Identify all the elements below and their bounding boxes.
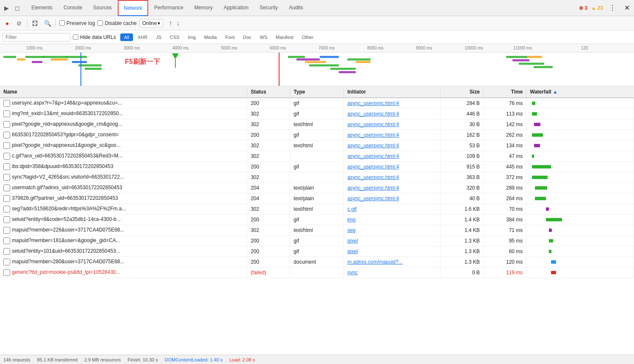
row-checkbox[interactable] <box>3 195 10 202</box>
online-select[interactable]: Online ▾ <box>139 19 163 28</box>
hide-data-urls-checkbox[interactable] <box>73 34 78 40</box>
filter-tab-js[interactable]: JS <box>152 33 165 41</box>
table-row[interactable]: ibs:dpid=358&dpuuid=66353017220285045320… <box>0 162 634 172</box>
table-row[interactable]: c.gif?anx_uid=663530172202850453&Red3=M.… <box>0 151 634 162</box>
filter-tab-media[interactable]: Media <box>200 33 221 41</box>
initiator-link[interactable]: async_usersync.html:4 <box>347 132 399 138</box>
initiator-link[interactable]: c.gif <box>347 206 357 212</box>
clear-button[interactable]: ⊘ <box>14 19 24 28</box>
initiator-link[interactable]: async_usersync.html:4 <box>347 153 399 159</box>
row-initiator[interactable]: async_usersync.html:4 <box>344 183 440 193</box>
row-checkbox[interactable] <box>3 248 10 255</box>
table-row[interactable]: mapuid?member=280&user=3717CA4D075E68...… <box>0 257 634 267</box>
initiator-link[interactable]: seg <box>347 227 355 233</box>
table-row[interactable]: pixel?google_nid=appnexus1&google_sc&goo… <box>0 141 634 151</box>
col-type[interactable]: Type <box>290 86 344 98</box>
row-initiator[interactable]: async_usersync.html:4 <box>344 162 440 172</box>
table-row[interactable]: setuid?entity=8&code=52a35db1-14ca-4300-… <box>0 215 634 225</box>
row-initiator[interactable]: pixel <box>344 246 440 257</box>
tab-elements[interactable]: Elements <box>26 0 58 16</box>
row-initiator[interactable]: async_usersync.html:4 <box>344 172 440 183</box>
row-checkbox[interactable] <box>3 227 10 234</box>
record-button[interactable]: ● <box>3 19 12 28</box>
more-options-icon[interactable]: ⋮ <box>606 4 618 12</box>
row-initiator[interactable]: async_usersync.html:4 <box>344 193 440 204</box>
tab-sources[interactable]: Sources <box>88 0 117 16</box>
initiator-link[interactable]: async_usersync.html:4 <box>347 100 399 106</box>
col-status[interactable]: Status <box>247 86 290 98</box>
filter-tab-all[interactable]: All <box>120 33 133 41</box>
table-row[interactable]: mapuid?member=181&user=&google_gid=CA...… <box>0 236 634 246</box>
col-time[interactable]: Time <box>483 86 526 98</box>
tab-security[interactable]: Security <box>255 0 283 16</box>
filter-tab-css[interactable]: CSS <box>166 33 183 41</box>
initiator-link[interactable]: async_usersync.html:4 <box>347 164 399 170</box>
cursor-icon[interactable]: ▶ <box>2 3 11 13</box>
filter-tab-manifest[interactable]: Manifest <box>272 33 297 41</box>
disable-cache-checkbox[interactable] <box>97 20 103 26</box>
row-checkbox[interactable] <box>3 259 10 265</box>
col-initiator[interactable]: Initiator <box>344 86 440 98</box>
initiator-link[interactable]: async_usersync.html:4 <box>347 174 399 180</box>
row-initiator[interactable]: async_usersync.html:4 <box>344 151 440 162</box>
row-initiator[interactable]: sync <box>344 267 440 278</box>
row-initiator[interactable]: async_usersync.html:4 <box>344 130 440 141</box>
table-row[interactable]: usersync.aspx?r=7&p=148&cp=appnexus&cu=.… <box>0 98 634 109</box>
row-checkbox[interactable] <box>3 269 10 276</box>
row-checkbox[interactable] <box>3 100 10 107</box>
search-icon[interactable]: 🔍 <box>43 19 52 28</box>
row-checkbox[interactable] <box>3 121 10 128</box>
row-checkbox[interactable] <box>3 237 10 244</box>
initiator-link[interactable]: async_usersync.html:4 <box>347 121 399 127</box>
filter-input[interactable] <box>3 33 70 41</box>
initiator-link[interactable]: sync <box>347 270 358 276</box>
tab-performance[interactable]: Performance <box>149 0 188 16</box>
filter-tab-ws[interactable]: WS <box>256 33 271 41</box>
tab-audits[interactable]: Audits <box>284 0 308 16</box>
filter-icon[interactable]: ⛞ <box>31 19 40 28</box>
row-checkbox[interactable] <box>3 132 10 138</box>
initiator-link[interactable]: async_usersync.html:4 <box>347 185 399 191</box>
row-checkbox[interactable] <box>3 216 10 223</box>
row-checkbox[interactable] <box>3 185 10 191</box>
filter-tab-font[interactable]: Font <box>221 33 238 41</box>
row-checkbox[interactable] <box>3 174 10 181</box>
initiator-link[interactable]: async_usersync.html:4 <box>347 111 399 117</box>
table-row[interactable]: pixel?google_nid=appnexus&google_cm&goog… <box>0 119 634 130</box>
row-checkbox[interactable] <box>3 163 10 170</box>
row-initiator[interactable]: async_usersync.html:4 <box>344 109 440 119</box>
filter-tab-img[interactable]: Img <box>184 33 199 41</box>
row-initiator[interactable]: img <box>344 215 440 225</box>
filter-tab-xhr[interactable]: XHR <box>134 33 151 41</box>
initiator-link[interactable]: pixel <box>347 238 358 244</box>
table-row[interactable]: setuid?entity=101&uid=663530172202850453… <box>0 246 634 257</box>
table-row[interactable]: seg?add=5159620&redir=https%3A%2F%2Fm.a.… <box>0 204 634 215</box>
initiator-link[interactable]: async_usersync.html:4 <box>347 196 399 201</box>
initiator-link[interactable]: img <box>347 217 355 223</box>
tab-network[interactable]: Network <box>118 0 148 16</box>
disable-cache-label[interactable]: Disable cache <box>97 20 136 26</box>
table-row[interactable]: 379828.gif?partner_uid=66353017220285045… <box>0 193 634 204</box>
row-checkbox[interactable] <box>3 110 10 117</box>
col-waterfall[interactable]: Waterfall ▲ <box>526 86 634 98</box>
initiator-link[interactable]: async_usersync.html:4 <box>347 143 399 149</box>
filter-tab-doc[interactable]: Doc <box>239 33 255 41</box>
table-row[interactable]: generic?ttd_pid=mookie-ps&ttd_tpi=105284… <box>0 267 634 278</box>
row-initiator[interactable]: m.adnxs.com/mapuid?... <box>344 257 440 267</box>
table-row[interactable]: mapuid?member=226&user=3717CA4D075E68...… <box>0 225 634 236</box>
table-row[interactable]: 663530172202850453?gdpr=0&gdpr_consent=2… <box>0 130 634 141</box>
upload-icon[interactable]: ↑ <box>167 19 173 27</box>
hide-data-urls-label[interactable]: Hide data URLs <box>73 34 116 40</box>
preserve-log-checkbox[interactable] <box>59 20 65 26</box>
tab-console[interactable]: Console <box>58 0 87 16</box>
col-name[interactable]: Name <box>0 86 247 98</box>
tab-memory[interactable]: Memory <box>189 0 218 16</box>
row-initiator[interactable]: async_usersync.html:4 <box>344 119 440 130</box>
row-initiator[interactable]: pixel <box>344 236 440 246</box>
initiator-link[interactable]: m.adnxs.com/mapuid?... <box>347 259 403 265</box>
table-row[interactable]: img?mt_exid=13&mt_exuid=663530172202850.… <box>0 109 634 119</box>
row-checkbox[interactable] <box>3 206 10 212</box>
row-initiator[interactable]: c.gif <box>344 204 440 215</box>
col-size[interactable]: Size <box>440 86 483 98</box>
row-initiator[interactable]: async_usersync.html:4 <box>344 98 440 109</box>
